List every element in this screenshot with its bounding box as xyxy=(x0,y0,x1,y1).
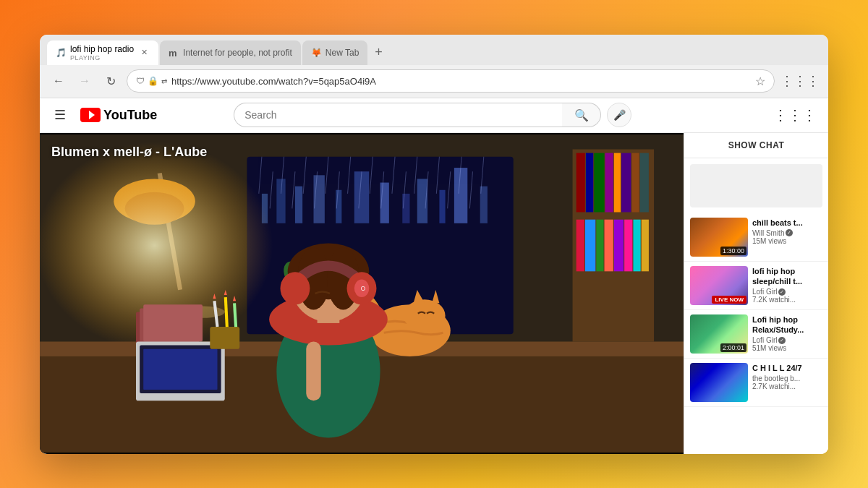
related-video-4[interactable]: C H I L L 24/7 the bootleg b... 2.7K wat… xyxy=(684,359,828,407)
related-video-1[interactable]: 1:30:00 chill beats t... Will Smith ✓ 15… xyxy=(684,213,828,262)
verified-icon-2: ✓ xyxy=(778,288,786,296)
svg-rect-38 xyxy=(576,153,585,212)
header-right-actions: ⋮⋮⋮ xyxy=(773,106,817,124)
verified-icon-1: ✓ xyxy=(786,229,793,236)
forward-button[interactable]: → xyxy=(75,71,95,91)
svg-marker-0 xyxy=(89,111,95,119)
live-badge-2: LIVE NOW xyxy=(712,296,746,304)
tab-new[interactable]: 🦊 New Tab xyxy=(302,40,367,65)
related-thumb-2: LIVE NOW xyxy=(690,266,748,305)
svg-line-91 xyxy=(226,297,227,327)
related-video-3[interactable]: 2:00:01 Lofi hip hop Relax/Study... Lofi… xyxy=(684,310,828,359)
thumb-duration-1: 1:30:00 xyxy=(720,247,746,255)
svg-rect-6 xyxy=(295,186,302,223)
related-channel-2: Lofi Girl ✓ xyxy=(752,288,822,296)
related-title-3: Lofi hip hop Relax/Study... xyxy=(752,314,822,335)
address-url-text: https://www.youtube.com/watch?v=5qap5aO4… xyxy=(171,76,751,87)
related-thumb-1: 1:30:00 xyxy=(690,218,748,257)
svg-rect-46 xyxy=(576,219,584,271)
related-channel-1: Will Smith ✓ xyxy=(752,229,822,237)
verified-icon-3: ✓ xyxy=(778,337,786,344)
show-chat-button[interactable]: SHOW CHAT xyxy=(684,133,828,158)
svg-rect-53 xyxy=(642,219,649,271)
search-container: 🔍 🎤 xyxy=(234,103,631,127)
search-input[interactable] xyxy=(234,103,562,127)
svg-rect-44 xyxy=(631,153,639,212)
svg-rect-47 xyxy=(585,219,595,271)
svg-rect-51 xyxy=(624,219,632,271)
lock-icon: 🔒 xyxy=(148,76,158,86)
address-bar[interactable]: 🛡 🔒 ⇄ https://www.youtube.com/watch?v=5q… xyxy=(127,69,775,93)
svg-rect-88 xyxy=(210,327,239,349)
nav-bar: ← → ↻ 🛡 🔒 ⇄ https://www.youtube.com/watc… xyxy=(40,65,828,98)
reload-button[interactable]: ↻ xyxy=(101,71,121,91)
related-title-4: C H I L L 24/7 xyxy=(752,363,822,373)
related-title-1: chill beats t... xyxy=(752,218,822,228)
related-thumb-4 xyxy=(690,363,748,402)
microphone-button[interactable]: 🎤 xyxy=(607,103,631,127)
tab-mozilla-favicon: m xyxy=(169,48,179,58)
related-video-2[interactable]: LIVE NOW lofi hip hop sleep/chill t... L… xyxy=(684,262,828,310)
svg-line-93 xyxy=(234,303,236,327)
svg-rect-40 xyxy=(594,153,604,212)
related-channel-4: the bootleg b... xyxy=(752,374,822,382)
svg-rect-5 xyxy=(276,179,285,223)
svg-rect-9 xyxy=(354,171,369,223)
related-channel-3: Lofi Girl ✓ xyxy=(752,336,822,344)
search-button[interactable]: 🔍 xyxy=(562,103,601,127)
svg-rect-41 xyxy=(605,153,613,212)
youtube-logo[interactable]: YouTube xyxy=(80,108,157,123)
chat-placeholder xyxy=(690,164,822,207)
related-thumb-3: 2:00:01 xyxy=(690,314,748,354)
main-video-area: O xyxy=(40,133,684,454)
svg-rect-14 xyxy=(454,168,467,223)
svg-text:O: O xyxy=(361,285,365,291)
svg-rect-84 xyxy=(306,341,320,401)
related-info-2: lofi hip hop sleep/chill t... Lofi Girl … xyxy=(752,266,822,305)
related-info-4: C H I L L 24/7 the bootleg b... 2.7K wat… xyxy=(752,363,822,402)
svg-rect-49 xyxy=(605,219,613,271)
tab-lofi-title: lofi hip hop radio xyxy=(70,44,134,54)
thumb-duration-3: 2:00:01 xyxy=(720,343,746,352)
apps-grid-icon[interactable]: ⋮⋮⋮ xyxy=(773,106,817,124)
svg-rect-39 xyxy=(586,153,593,212)
hamburger-menu-icon[interactable]: ☰ xyxy=(51,104,69,126)
svg-rect-63 xyxy=(143,304,203,341)
search-icon: 🔍 xyxy=(574,108,589,122)
svg-point-70 xyxy=(404,299,445,332)
youtube-header: ☰ YouTube 🔍 🎤 ⋮⋮⋮ xyxy=(40,98,828,133)
video-title-overlay: Blumen x mell-ø - L'Aube xyxy=(51,145,207,160)
show-chat-label: SHOW CHAT xyxy=(728,140,785,150)
related-meta-3: 51M views xyxy=(752,344,822,352)
bookmark-star-icon[interactable]: ☆ xyxy=(755,74,765,88)
tab-lofi-subtitle: PLAYING xyxy=(70,54,134,61)
related-title-2: lofi hip hop sleep/chill t... xyxy=(752,266,822,287)
related-meta-4: 2.7K watchi... xyxy=(752,382,822,390)
video-player[interactable]: O xyxy=(40,133,684,454)
svg-rect-50 xyxy=(614,219,624,271)
related-info-1: chill beats t... Will Smith ✓ 15M views xyxy=(752,218,822,257)
apps-grid-icon[interactable]: ⋮⋮⋮ xyxy=(780,73,820,89)
svg-rect-43 xyxy=(621,153,631,212)
tab-bar: 🎵 lofi hip hop radio PLAYING ✕ m Interne… xyxy=(40,35,828,65)
svg-rect-48 xyxy=(596,219,603,271)
new-tab-button[interactable]: + xyxy=(369,40,388,65)
back-button[interactable]: ← xyxy=(48,71,69,91)
tab-mozilla-title: Internet for people, not profit xyxy=(183,48,292,58)
tab-lofi[interactable]: 🎵 lofi hip hop radio PLAYING ✕ xyxy=(47,40,158,65)
browser-window: 🎵 lofi hip hop radio PLAYING ✕ m Interne… xyxy=(40,35,828,454)
related-info-3: Lofi hip hop Relax/Study... Lofi Girl ✓ … xyxy=(752,314,822,354)
sidebar: SHOW CHAT 1:30:00 chill beats t... Will … xyxy=(684,133,828,454)
tab-mozilla[interactable]: m Internet for people, not profit xyxy=(160,40,301,65)
tab-lofi-close[interactable]: ✕ xyxy=(138,47,150,59)
svg-rect-45 xyxy=(640,153,649,212)
related-meta-2: 7.2K watchi... xyxy=(752,296,822,304)
svg-rect-42 xyxy=(614,153,621,212)
svg-point-80 xyxy=(280,272,310,304)
content-area: O xyxy=(40,133,828,454)
youtube-logo-icon xyxy=(80,108,101,122)
tab-new-title: New Tab xyxy=(326,48,359,58)
mic-icon: 🎤 xyxy=(613,109,626,121)
tab-lofi-favicon: 🎵 xyxy=(56,48,66,58)
shield-icon: 🛡 xyxy=(136,76,145,86)
